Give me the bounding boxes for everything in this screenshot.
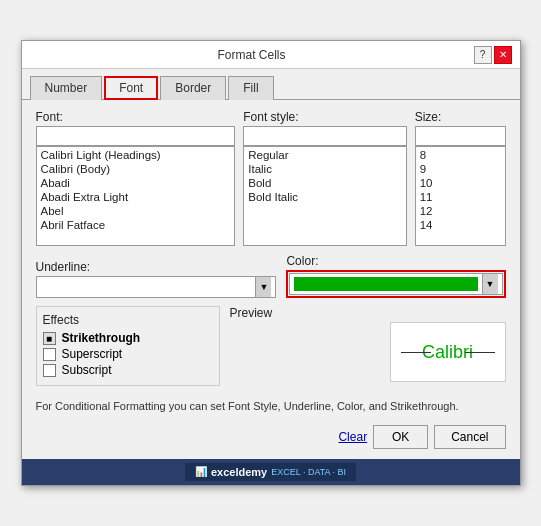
color-display[interactable]: ▼	[289, 273, 502, 295]
info-text: For Conditional Formatting you can set F…	[36, 398, 506, 415]
effects-section: Effects ■ Strikethrough Superscript Subs…	[36, 306, 220, 390]
effects-preview-row: Effects ■ Strikethrough Superscript Subs…	[36, 306, 506, 390]
font-label: Font:	[36, 110, 236, 124]
list-item[interactable]: 12	[416, 204, 505, 218]
subscript-checkbox[interactable]	[43, 364, 56, 377]
tab-font[interactable]: Font	[104, 76, 158, 100]
clear-button[interactable]: Clear	[338, 426, 367, 448]
color-arrow-icon[interactable]: ▼	[482, 274, 498, 294]
underline-display[interactable]: ▼	[36, 276, 277, 298]
list-item[interactable]: Calibri (Body)	[37, 162, 235, 176]
tab-bar: Number Font Border Fill	[22, 69, 520, 100]
superscript-checkbox[interactable]	[43, 348, 56, 361]
ok-button[interactable]: OK	[373, 425, 428, 449]
list-item[interactable]: 11	[416, 190, 505, 204]
preview-line-left	[401, 352, 431, 353]
list-item[interactable]: 10	[416, 176, 505, 190]
subscript-row: Subscript	[43, 363, 213, 377]
strikethrough-row: ■ Strikethrough	[43, 331, 213, 345]
footer-bar: 📊 exceldemy EXCEL · DATA · BI	[22, 459, 520, 485]
title-bar: Format Cells ? ✕	[22, 41, 520, 69]
preview-label: Preview	[230, 306, 506, 320]
underline-color-row: Underline: ▼ Color: ▼	[36, 254, 506, 298]
style-column: Font style: Regular Italic Bold Bold Ita…	[243, 110, 406, 246]
close-button[interactable]: ✕	[494, 46, 512, 64]
style-input[interactable]	[243, 126, 406, 146]
underline-label: Underline:	[36, 260, 277, 274]
strikethrough-checkbox[interactable]: ■	[43, 332, 56, 345]
tab-number[interactable]: Number	[30, 76, 103, 100]
size-input[interactable]	[415, 126, 506, 146]
color-outline: ▼	[286, 270, 505, 298]
font-input[interactable]	[36, 126, 236, 146]
list-item[interactable]: Abril Fatface	[37, 218, 235, 232]
list-item[interactable]: Regular	[244, 148, 405, 162]
logo-sub: EXCEL · DATA · BI	[271, 467, 346, 477]
list-item[interactable]: Abel	[37, 204, 235, 218]
tab-border[interactable]: Border	[160, 76, 226, 100]
logo-icon: 📊	[195, 466, 207, 477]
list-item[interactable]: 14	[416, 218, 505, 232]
list-item[interactable]: Italic	[244, 162, 405, 176]
size-label: Size:	[415, 110, 506, 124]
list-item[interactable]: Calibri Light (Headings)	[37, 148, 235, 162]
list-item[interactable]: Bold Italic	[244, 190, 405, 204]
list-item[interactable]: 9	[416, 162, 505, 176]
logo-text: exceldemy	[211, 466, 267, 478]
color-swatch	[294, 277, 477, 291]
logo-container: 📊 exceldemy EXCEL · DATA · BI	[185, 463, 356, 481]
style-listbox[interactable]: Regular Italic Bold Bold Italic	[243, 146, 406, 246]
preview-box: Calibri	[390, 322, 506, 382]
tab-fill[interactable]: Fill	[228, 76, 273, 100]
strikethrough-label: Strikethrough	[62, 331, 141, 345]
title-buttons: ? ✕	[474, 46, 512, 64]
underline-column: Underline: ▼	[36, 260, 277, 298]
color-label: Color:	[286, 254, 505, 268]
format-cells-dialog: Format Cells ? ✕ Number Font Border Fill…	[21, 40, 521, 486]
preview-line-right	[465, 352, 495, 353]
list-item[interactable]: Bold	[244, 176, 405, 190]
size-listbox[interactable]: 8 9 10 11 12 14	[415, 146, 506, 246]
superscript-label: Superscript	[62, 347, 123, 361]
underline-arrow-icon[interactable]: ▼	[255, 277, 271, 297]
color-column: Color: ▼	[286, 254, 505, 298]
subscript-label: Subscript	[62, 363, 112, 377]
tab-content: Font: Calibri Light (Headings) Calibri (…	[22, 100, 520, 459]
list-item[interactable]: Abadi Extra Light	[37, 190, 235, 204]
cancel-button[interactable]: Cancel	[434, 425, 505, 449]
dialog-title: Format Cells	[30, 48, 474, 62]
action-buttons: Clear OK Cancel	[36, 425, 506, 449]
color-dropdown[interactable]: ▼	[289, 273, 502, 295]
font-style-size-row: Font: Calibri Light (Headings) Calibri (…	[36, 110, 506, 246]
superscript-row: Superscript	[43, 347, 213, 361]
effects-title: Effects	[43, 313, 213, 327]
size-column: Size: 8 9 10 11 12 14	[415, 110, 506, 246]
help-button[interactable]: ?	[474, 46, 492, 64]
font-listbox[interactable]: Calibri Light (Headings) Calibri (Body) …	[36, 146, 236, 246]
underline-dropdown[interactable]: ▼	[36, 276, 277, 298]
font-column: Font: Calibri Light (Headings) Calibri (…	[36, 110, 236, 246]
style-label: Font style:	[243, 110, 406, 124]
effects-border: Effects ■ Strikethrough Superscript Subs…	[36, 306, 220, 386]
list-item[interactable]: 8	[416, 148, 505, 162]
preview-section: Preview Calibri	[230, 306, 506, 390]
list-item[interactable]: Abadi	[37, 176, 235, 190]
